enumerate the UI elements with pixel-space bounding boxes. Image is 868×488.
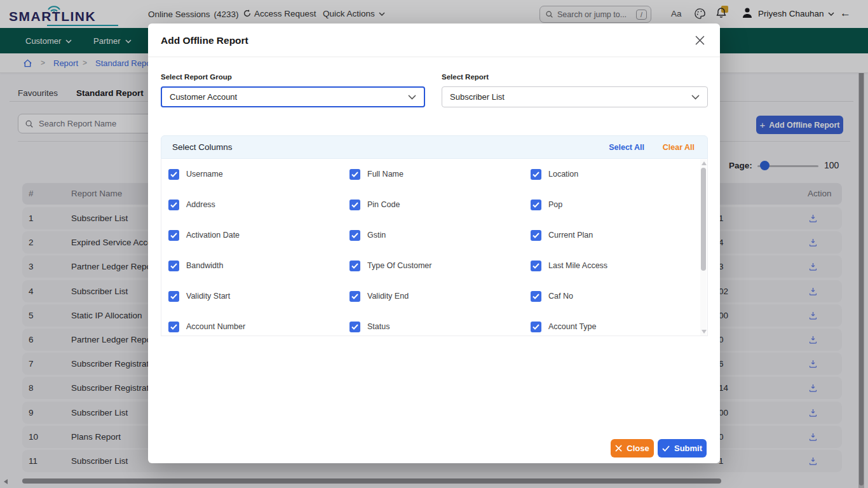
report-group-label: Select Report Group [161, 73, 232, 81]
scroll-up-arrow[interactable] [702, 161, 707, 165]
scroll-down-arrow[interactable] [702, 330, 707, 334]
checkbox-label: Gstin [367, 231, 386, 240]
columns-list: UsernameFull NameLocationAddressPin Code… [161, 159, 708, 336]
checkbox-checked[interactable] [531, 291, 541, 302]
check-icon [662, 445, 670, 452]
report-value: Subscriber List [450, 92, 691, 102]
select-columns-header: Select Columns Select All Clear All [161, 135, 708, 159]
close-button-label: Close [627, 444, 649, 453]
select-columns-panel: Select Columns Select All Clear All User… [161, 135, 708, 336]
checkbox-checked[interactable] [168, 200, 179, 210]
checkbox-label: Username [186, 170, 223, 179]
close-button[interactable]: Close [611, 439, 654, 458]
column-checkbox-item[interactable]: Location [531, 159, 708, 189]
submit-button[interactable]: Submit [658, 439, 707, 458]
report-group-value: Customer Account [170, 92, 408, 102]
close-icon[interactable] [695, 36, 705, 48]
columns-scrollbar-thumb[interactable] [701, 168, 706, 271]
checkbox-checked[interactable] [349, 322, 360, 332]
report-group-select[interactable]: Customer Account [161, 86, 425, 107]
checkbox-checked[interactable] [168, 261, 179, 271]
checkbox-label: Current Plan [548, 231, 593, 240]
checkbox-checked[interactable] [349, 261, 360, 271]
checkbox-label: Account Number [186, 322, 245, 331]
column-checkbox-item[interactable]: Last Mile Access [531, 250, 708, 281]
checkbox-label: Caf No [548, 292, 573, 301]
checkbox-checked[interactable] [168, 291, 179, 302]
checkbox-checked[interactable] [349, 169, 360, 180]
checkbox-checked[interactable] [531, 261, 541, 271]
checkbox-label: Pop [548, 200, 562, 209]
select-columns-title: Select Columns [172, 142, 233, 152]
select-all-link[interactable]: Select All [609, 143, 644, 152]
column-checkbox-item[interactable]: Type Of Customer [349, 250, 531, 281]
column-checkbox-item[interactable]: Username [168, 159, 349, 189]
column-checkbox-item[interactable]: Activation Date [168, 220, 349, 250]
checkbox-label: Pin Code [367, 200, 400, 209]
column-checkbox-item[interactable]: Gstin [349, 220, 531, 250]
clear-all-link[interactable]: Clear All [663, 143, 695, 152]
checkbox-checked[interactable] [531, 200, 541, 210]
checkbox-checked[interactable] [168, 322, 179, 332]
checkbox-label: Location [548, 170, 578, 179]
column-checkbox-item[interactable]: Status [349, 311, 531, 336]
report-select[interactable]: Subscriber List [442, 86, 708, 107]
checkbox-label: Activation Date [186, 231, 240, 240]
column-checkbox-item[interactable]: Validity Start [168, 281, 349, 311]
checkbox-label: Validity Start [186, 292, 230, 301]
column-checkbox-item[interactable]: Full Name [349, 159, 531, 189]
column-checkbox-item[interactable]: Bandwidth [168, 250, 349, 281]
column-checkbox-item[interactable]: Pin Code [349, 189, 531, 220]
column-checkbox-item[interactable]: Account Number [168, 311, 349, 336]
x-icon [615, 445, 622, 452]
checkbox-label: Bandwidth [186, 261, 223, 270]
checkbox-checked[interactable] [349, 291, 360, 302]
report-label: Select Report [442, 73, 489, 81]
column-checkbox-item[interactable]: Account Type [531, 311, 708, 336]
checkbox-label: Last Mile Access [548, 261, 607, 270]
checkbox-checked[interactable] [168, 169, 179, 180]
column-checkbox-item[interactable]: Pop [531, 189, 708, 220]
columns-grid: UsernameFull NameLocationAddressPin Code… [168, 159, 708, 336]
checkbox-label: Account Type [548, 322, 597, 331]
columns-scrollbar-track[interactable] [700, 159, 707, 336]
column-checkbox-item[interactable]: Caf No [531, 281, 708, 311]
checkbox-checked[interactable] [349, 200, 360, 210]
chevron-down-icon [408, 95, 416, 100]
checkbox-checked[interactable] [531, 230, 541, 241]
checkbox-label: Status [367, 322, 390, 331]
column-checkbox-item[interactable]: Current Plan [531, 220, 708, 250]
checkbox-checked[interactable] [349, 230, 360, 241]
checkbox-label: Validity End [367, 292, 409, 301]
checkbox-label: Type Of Customer [367, 261, 431, 270]
add-offline-report-modal: Add Offline Report Select Report Group C… [148, 24, 720, 463]
application-window: SMARTLINK Online Sessions (4233) Access … [0, 0, 868, 488]
checkbox-checked[interactable] [168, 230, 179, 241]
column-checkbox-item[interactable]: Validity End [349, 281, 531, 311]
column-checkbox-item[interactable]: Address [168, 189, 349, 220]
checkbox-label: Address [186, 200, 215, 209]
modal-title: Add Offline Report [161, 35, 248, 46]
submit-button-label: Submit [674, 444, 702, 453]
chevron-down-icon [691, 95, 700, 100]
modal-header: Add Offline Report [148, 24, 720, 57]
checkbox-checked[interactable] [531, 169, 541, 180]
checkbox-checked[interactable] [531, 322, 541, 332]
checkbox-label: Full Name [367, 170, 403, 179]
